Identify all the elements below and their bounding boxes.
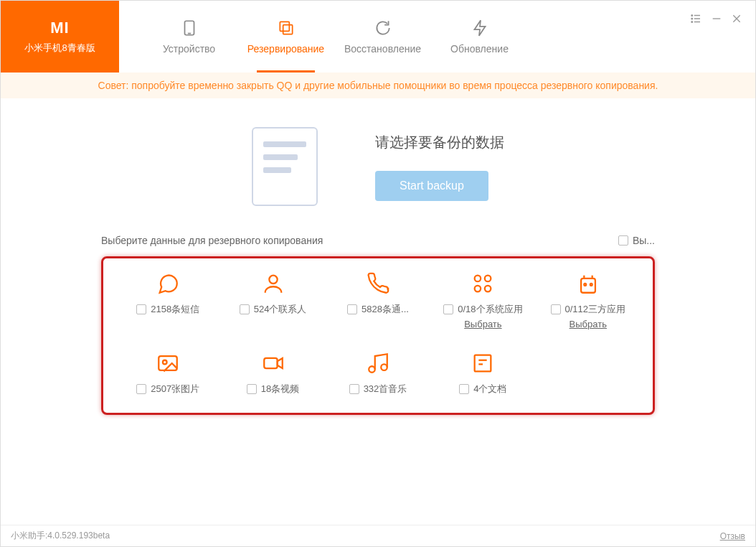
item-calls[interactable]: 5828条通... <box>328 271 428 329</box>
feedback-link[interactable]: Отзыв <box>720 531 745 541</box>
item-docs[interactable]: 4个文档 <box>433 351 533 396</box>
backup-items-grid: 2158条短信 524个联系人 5828条通... <box>118 271 638 396</box>
tab-device-label: Устройство <box>163 43 215 55</box>
brand-logo: MI <box>50 19 69 37</box>
tab-restore[interactable]: Восстановление <box>334 1 431 73</box>
svg-rect-3 <box>283 25 292 34</box>
item-thirdapps[interactable]: 0/112三方应用 Выбрать <box>538 271 638 329</box>
menu-icon[interactable] <box>689 12 702 29</box>
svg-point-21 <box>584 284 586 286</box>
tab-backup-label: Резервирование <box>247 43 324 55</box>
music-checkbox[interactable] <box>349 384 359 394</box>
item-sysapps[interactable]: 0/18个系统应用 Выбрать <box>433 271 533 329</box>
svg-point-27 <box>369 366 375 373</box>
photos-checkbox[interactable] <box>136 384 146 394</box>
svg-rect-18 <box>581 279 595 293</box>
backup-items-highlight: 2158条短信 524个联系人 5828条通... <box>101 256 655 415</box>
item-contacts[interactable]: 524个联系人 <box>222 271 323 329</box>
footer: 小米助手:4.0.529.193beta Отзыв <box>1 525 755 546</box>
svg-point-22 <box>590 284 592 286</box>
sysapps-select-link[interactable]: Выбрать <box>464 319 501 329</box>
contacts-checkbox[interactable] <box>240 304 250 314</box>
sms-checkbox[interactable] <box>136 304 146 314</box>
svg-point-13 <box>269 276 277 284</box>
update-icon <box>471 19 489 37</box>
contacts-icon <box>261 271 285 296</box>
tabs: Устройство Резервирование Восстановление… <box>119 1 528 73</box>
start-backup-button[interactable]: Start backup <box>375 171 488 201</box>
calls-icon <box>366 271 390 296</box>
svg-point-6 <box>691 18 693 19</box>
svg-point-4 <box>691 15 693 17</box>
hero-title: 请选择要备份的数据 <box>375 133 504 152</box>
restore-icon <box>374 19 392 37</box>
select-row: Выберите данные для резервного копирован… <box>101 235 655 246</box>
select-all-label: Вы... <box>633 235 655 246</box>
svg-rect-25 <box>264 358 277 368</box>
item-music[interactable]: 332首音乐 <box>328 351 428 396</box>
docs-checkbox[interactable] <box>459 384 469 394</box>
svg-point-8 <box>691 22 693 23</box>
sysapps-checkbox[interactable] <box>443 304 453 314</box>
svg-point-15 <box>485 276 491 282</box>
item-photos[interactable]: 2507张图片 <box>118 351 218 396</box>
header: MI 小米手机8青春版 Устройство Резервирование <box>1 1 755 73</box>
music-icon <box>366 351 390 375</box>
document-icon <box>252 127 318 206</box>
videos-checkbox[interactable] <box>247 384 257 394</box>
minimize-icon[interactable] <box>711 13 722 28</box>
window-controls <box>689 12 742 29</box>
thirdapps-icon <box>576 271 600 296</box>
sms-icon <box>156 271 180 296</box>
select-all-checkbox[interactable] <box>618 235 628 246</box>
svg-point-17 <box>485 286 491 292</box>
svg-point-16 <box>475 286 481 292</box>
item-videos[interactable]: 18条视频 <box>222 351 323 396</box>
backup-icon <box>277 19 296 37</box>
svg-rect-2 <box>280 22 289 31</box>
thirdapps-select-link[interactable]: Выбрать <box>570 319 607 329</box>
tab-backup[interactable]: Резервирование <box>237 1 334 73</box>
tab-restore-label: Восстановление <box>344 43 421 55</box>
tip-bar: Совет: попробуйте временно закрыть QQ и … <box>1 73 755 98</box>
svg-point-24 <box>163 360 167 365</box>
device-icon <box>180 19 199 37</box>
hero-right: 请选择要备份的数据 Start backup <box>375 133 504 201</box>
calls-checkbox[interactable] <box>347 304 357 314</box>
app-window: MI 小米手机8青春版 Устройство Резервирование <box>0 0 756 547</box>
content: 请选择要备份的数据 Start backup Выберите данные д… <box>1 98 755 525</box>
thirdapps-checkbox[interactable] <box>551 304 561 314</box>
version-label: 小米助手:4.0.529.193beta <box>11 530 110 542</box>
sysapps-icon <box>471 271 495 296</box>
hero: 请选择要备份的数据 Start backup <box>101 127 655 206</box>
item-sms[interactable]: 2158条短信 <box>118 271 218 329</box>
brand-block: MI 小米手机8青春版 <box>1 1 119 73</box>
svg-point-14 <box>475 276 481 282</box>
svg-point-28 <box>381 364 387 370</box>
videos-icon <box>261 351 285 375</box>
photos-icon <box>156 351 180 375</box>
tab-update[interactable]: Обновление <box>431 1 528 73</box>
tab-update-label: Обновление <box>450 43 509 55</box>
close-icon[interactable] <box>731 13 742 28</box>
select-label: Выберите данные для резервного копирован… <box>101 235 323 246</box>
svg-rect-29 <box>475 355 491 372</box>
docs-icon <box>471 351 495 375</box>
brand-device: 小米手机8青春版 <box>24 42 95 55</box>
tab-device[interactable]: Устройство <box>141 1 237 73</box>
